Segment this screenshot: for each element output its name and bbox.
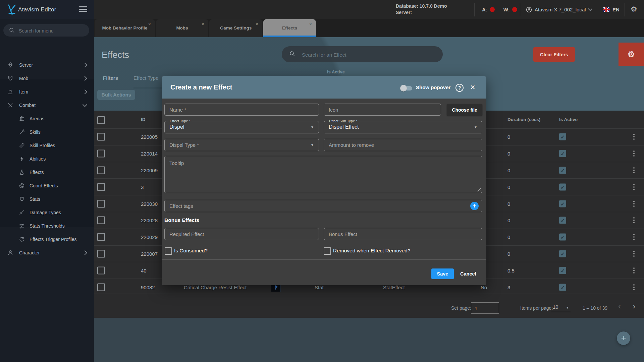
tab-effects[interactable]: Effects × xyxy=(263,19,316,37)
row-menu-kebab-icon[interactable] xyxy=(633,166,635,174)
tooltip-field[interactable] xyxy=(164,156,482,193)
filter-settings-button[interactable]: ⚙ xyxy=(619,43,644,66)
row-menu-kebab-icon[interactable] xyxy=(633,200,635,208)
sidebar-item-combat[interactable]: Combat xyxy=(0,99,94,112)
sidebar-item-mob[interactable]: Mob xyxy=(0,72,94,85)
icon-field[interactable] xyxy=(324,104,441,116)
is-active-checkbox[interactable]: ✓ xyxy=(559,250,566,257)
row-checkbox[interactable] xyxy=(97,233,105,241)
clear-filters-button[interactable]: Clear Filters xyxy=(533,47,575,62)
show-popover-toggle[interactable] xyxy=(400,85,413,92)
divider xyxy=(520,3,520,16)
close-tab-icon[interactable]: × xyxy=(309,22,312,26)
tab-mob-behavior-profile[interactable]: Mob Behavior Profile × xyxy=(95,19,155,37)
close-tab-icon[interactable]: × xyxy=(148,22,151,26)
page-bottom-area xyxy=(94,318,644,362)
sidebar-item-stats[interactable]: Stats xyxy=(0,192,94,206)
language-selector[interactable]: EN xyxy=(603,0,620,19)
row-checkbox[interactable] xyxy=(97,183,105,191)
help-icon[interactable]: ? xyxy=(455,84,464,92)
is-active-checkbox[interactable]: ✓ xyxy=(559,200,566,207)
effect-sub-type-select[interactable]: Effect Sub Type * Dispel Effect ▼ xyxy=(324,121,482,133)
sidebar-item-effects-trigger-profiles[interactable]: Effects Trigger Profiles xyxy=(0,233,94,246)
previous-page-icon[interactable]: ‹ xyxy=(618,301,621,311)
row-menu-kebab-icon[interactable] xyxy=(633,149,635,158)
row-menu-kebab-icon[interactable] xyxy=(633,233,635,241)
row-menu-kebab-icon[interactable] xyxy=(633,216,635,224)
effect-search-input[interactable] xyxy=(301,46,437,63)
modal-header: Create a new Effect Show popover ? × xyxy=(162,76,486,99)
effect-type-select[interactable]: Effect Type * Dispel ▼ xyxy=(164,121,319,133)
close-modal-icon[interactable]: × xyxy=(470,82,475,92)
row-checkbox[interactable] xyxy=(97,166,105,174)
sidebar-item-skills[interactable]: Skills xyxy=(0,125,94,139)
is-active-checkbox[interactable]: ✓ xyxy=(559,183,566,190)
sidebar-item-arenas[interactable]: Arenas xyxy=(0,112,94,125)
sidebar-item-effects[interactable]: Effects xyxy=(0,166,94,179)
is-active-checkbox[interactable]: ✓ xyxy=(559,284,566,291)
row-menu-kebab-icon[interactable] xyxy=(633,266,635,275)
is-active-checkbox[interactable]: ✓ xyxy=(559,267,566,274)
is-active-checkbox[interactable]: ✓ xyxy=(559,150,566,157)
is-active-checkbox[interactable]: ✓ xyxy=(559,217,566,224)
tab-game-settings[interactable]: Game Settings × xyxy=(209,19,262,37)
sidebar-item-stats-thresholds[interactable]: Stats Thresholds xyxy=(0,219,94,233)
save-button[interactable]: Save xyxy=(431,268,454,279)
amount-to-remove-field[interactable] xyxy=(324,139,482,151)
row-checkbox[interactable] xyxy=(97,250,105,257)
is-active-checkbox[interactable]: ✓ xyxy=(559,133,566,140)
sidebar-item-coord-effects[interactable]: Coord Effects xyxy=(0,179,94,192)
cell-id: 220007 xyxy=(141,251,158,256)
choose-file-button[interactable]: Choose file xyxy=(447,104,482,116)
is-active-checkbox[interactable]: ✓ xyxy=(559,167,566,174)
hamburger-menu-icon[interactable] xyxy=(79,6,88,13)
items-per-page-select[interactable]: 10 ▼ xyxy=(551,304,571,312)
select-all-checkbox[interactable] xyxy=(97,116,105,124)
cancel-button[interactable]: Cancel xyxy=(458,268,478,279)
row-checkbox[interactable] xyxy=(97,266,105,274)
is-consumed-checkbox[interactable] xyxy=(165,247,172,255)
next-page-icon[interactable]: › xyxy=(633,301,636,311)
is-active-checkbox[interactable]: ✓ xyxy=(559,234,566,241)
row-checkbox[interactable] xyxy=(97,133,105,141)
dispel-type-select[interactable]: Dispel Type * ▼ xyxy=(164,139,319,151)
chevron-down-icon xyxy=(83,102,87,107)
tab-mobs[interactable]: Mobs × xyxy=(156,19,208,37)
cell-duration: 0 xyxy=(507,218,510,223)
add-effect-fab[interactable]: + xyxy=(617,331,630,345)
close-tab-icon[interactable]: × xyxy=(202,22,204,26)
bulk-actions-button[interactable]: Bulk Actions xyxy=(97,90,135,100)
row-checkbox[interactable] xyxy=(97,200,105,207)
account-menu[interactable]: Atavism X.7_002_local xyxy=(526,0,592,19)
set-page-input[interactable] xyxy=(471,302,499,314)
settings-gear-icon[interactable]: ⚙ xyxy=(631,5,637,14)
textarea-resize-handle[interactable] xyxy=(477,188,481,191)
required-effect-field[interactable] xyxy=(164,228,319,240)
effect-search[interactable] xyxy=(282,46,443,62)
effect-tags-field[interactable] xyxy=(164,200,482,212)
row-menu-kebab-icon[interactable] xyxy=(633,183,635,191)
close-tab-icon[interactable]: × xyxy=(256,22,258,26)
row-checkbox[interactable] xyxy=(97,150,105,158)
sidebar-item-skill-profiles[interactable]: Skill Profiles xyxy=(0,139,94,152)
modal-title: Create a new Effect xyxy=(170,83,232,91)
bonus-effect-field[interactable] xyxy=(324,228,482,240)
sidebar-item-abilities[interactable]: Abilities xyxy=(0,152,94,166)
removed-when-effect-removed-checkbox[interactable] xyxy=(324,247,331,255)
name-field[interactable] xyxy=(164,104,319,116)
sidebar-item-item[interactable]: Item xyxy=(0,85,94,99)
row-menu-kebab-icon[interactable] xyxy=(633,283,635,291)
sidebar-search[interactable] xyxy=(3,24,89,37)
row-menu-kebab-icon[interactable] xyxy=(633,250,635,258)
effect-type-filter[interactable]: Effect Type xyxy=(133,75,159,81)
magnet-icon xyxy=(19,196,25,202)
row-menu-kebab-icon[interactable] xyxy=(633,133,635,141)
sidebar-search-input[interactable] xyxy=(18,24,87,37)
add-tag-button[interactable]: + xyxy=(470,202,479,210)
sidebar-item-character[interactable]: Character xyxy=(0,246,94,259)
server-line: Server: xyxy=(396,9,471,16)
row-checkbox[interactable] xyxy=(97,283,105,291)
sidebar-item-server[interactable]: Server xyxy=(0,58,94,72)
sidebar-item-damage-types[interactable]: Damage Types xyxy=(0,206,94,219)
row-checkbox[interactable] xyxy=(97,217,105,224)
